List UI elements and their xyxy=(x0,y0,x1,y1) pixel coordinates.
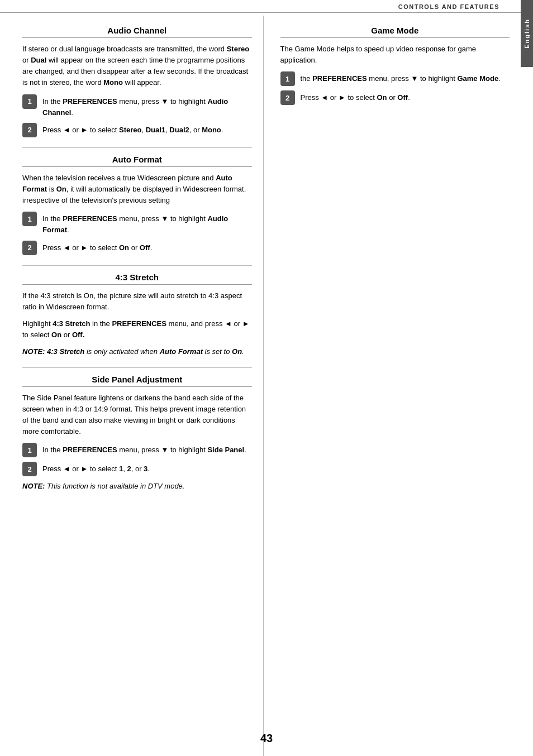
auto-format-intro: When the television receives a true Wide… xyxy=(22,173,252,206)
step-text-2: Press ◄ or ► to select 1, 2, or 3. xyxy=(42,462,150,475)
audio-channel-intro: If stereo or dual language broadcasts ar… xyxy=(22,44,252,89)
step-badge-1: 1 xyxy=(22,212,37,226)
step-badge-2: 2 xyxy=(280,90,295,105)
section-auto-format: Auto Format When the television receives… xyxy=(22,155,252,255)
step-badge-1: 1 xyxy=(22,94,37,109)
step-text-1: the PREFERENCES menu, press ▼ to highlig… xyxy=(301,71,501,84)
step-item: 2 Press ◄ or ► to select 1, 2, or 3. xyxy=(22,462,252,476)
step-item: 1 the PREFERENCES menu, press ▼ to highl… xyxy=(280,71,510,86)
game-mode-intro: The Game Mode helps to speed up video re… xyxy=(280,44,510,66)
section-side-panel: Side Panel Adjustment The Side Panel fea… xyxy=(22,375,252,492)
step-item: 1 In the PREFERENCES menu, press ▼ to hi… xyxy=(22,212,252,236)
step-item: 2 Press ◄ or ► to select On or Off. xyxy=(22,241,252,255)
step-text-1: In the PREFERENCES menu, press ▼ to high… xyxy=(42,212,252,236)
43-stretch-para1: If the 4:3 stretch is On, the picture si… xyxy=(22,290,252,313)
game-mode-steps: 1 the PREFERENCES menu, press ▼ to highl… xyxy=(280,71,510,105)
content-area: Audio Channel If stereo or dual language… xyxy=(0,16,521,756)
section-game-mode: Game Mode The Game Mode helps to speed u… xyxy=(280,26,510,105)
43-stretch-para2: Highlight 4:3 Stretch in the PREFERENCES… xyxy=(22,318,252,341)
auto-format-steps: 1 In the PREFERENCES menu, press ▼ to hi… xyxy=(22,212,252,255)
side-tab-text: English xyxy=(524,18,530,49)
right-column: Game Mode The Game Mode helps to speed u… xyxy=(264,16,521,756)
step-text-1: In the PREFERENCES menu, press ▼ to high… xyxy=(42,443,246,456)
43-stretch-note: NOTE: 4:3 Stretch is only activated when… xyxy=(22,346,252,357)
side-tab: English xyxy=(521,0,533,67)
step-item: 2 Press ◄ or ► to select On or Off. xyxy=(280,90,510,105)
left-column: Audio Channel If stereo or dual language… xyxy=(0,16,264,756)
game-mode-title: Game Mode xyxy=(280,26,510,38)
step-badge-1: 1 xyxy=(22,443,37,457)
step-badge-2: 2 xyxy=(22,462,37,476)
step-item: 2 Press ◄ or ► to select Stereo, Dual1, … xyxy=(22,123,252,137)
header-bar: CONTROLS AND FEATURES xyxy=(0,0,533,13)
divider-1 xyxy=(22,147,252,148)
step-item: 1 In the PREFERENCES menu, press ▼ to hi… xyxy=(22,443,252,457)
step-text-1: In the PREFERENCES menu, press ▼ to high… xyxy=(42,94,252,118)
step-item: 1 In the PREFERENCES menu, press ▼ to hi… xyxy=(22,94,252,118)
side-panel-intro: The Side Panel feature lightens or darke… xyxy=(22,393,252,438)
audio-channel-title: Audio Channel xyxy=(22,26,252,38)
section-43-stretch: 4:3 Stretch If the 4:3 stretch is On, th… xyxy=(22,272,252,357)
43-stretch-title: 4:3 Stretch xyxy=(22,272,252,285)
header-title: CONTROLS AND FEATURES xyxy=(398,3,499,10)
step-badge-2: 2 xyxy=(22,123,37,137)
step-badge-1: 1 xyxy=(280,71,295,86)
divider-2 xyxy=(22,265,252,266)
side-panel-title: Side Panel Adjustment xyxy=(22,375,252,387)
step-text-2: Press ◄ or ► to select On or Off. xyxy=(42,241,152,253)
page-number: 43 xyxy=(260,732,273,745)
section-audio-channel: Audio Channel If stereo or dual language… xyxy=(22,26,252,137)
step-text-2: Press ◄ or ► to select Stereo, Dual1, Du… xyxy=(42,123,223,136)
side-panel-steps: 1 In the PREFERENCES menu, press ▼ to hi… xyxy=(22,443,252,476)
page-container: CONTROLS AND FEATURES English Audio Chan… xyxy=(0,0,533,756)
auto-format-title: Auto Format xyxy=(22,155,252,167)
step-badge-2: 2 xyxy=(22,241,37,255)
side-panel-note: NOTE: This function is not available in … xyxy=(22,481,252,492)
step-text-2: Press ◄ or ► to select On or Off. xyxy=(301,90,410,103)
divider-3 xyxy=(22,367,252,368)
audio-channel-steps: 1 In the PREFERENCES menu, press ▼ to hi… xyxy=(22,94,252,137)
